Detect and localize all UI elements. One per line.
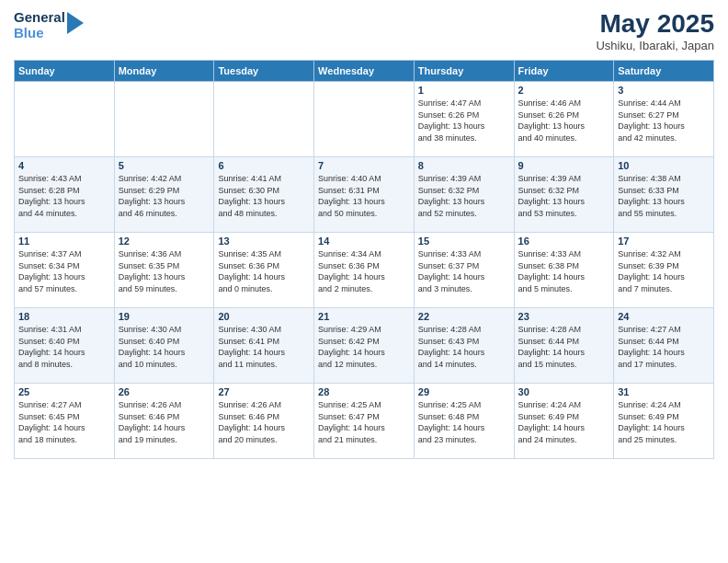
day-info: Sunrise: 4:27 AM Sunset: 6:44 PM Dayligh…: [618, 325, 685, 369]
day-number: 21: [318, 311, 410, 322]
table-row: [214, 82, 314, 157]
day-number: 24: [618, 311, 710, 322]
col-thursday: Thursday: [414, 61, 514, 82]
day-info: Sunrise: 4:32 AM Sunset: 6:39 PM Dayligh…: [618, 249, 685, 293]
table-row: 21Sunrise: 4:29 AM Sunset: 6:42 PM Dayli…: [314, 308, 415, 384]
table-row: 8Sunrise: 4:39 AM Sunset: 6:32 PM Daylig…: [414, 157, 514, 233]
calendar-row: 11Sunrise: 4:37 AM Sunset: 6:34 PM Dayli…: [15, 233, 714, 308]
day-number: 15: [418, 236, 510, 247]
weekday-header-row: Sunday Monday Tuesday Wednesday Thursday…: [15, 61, 714, 82]
calendar-table: Sunday Monday Tuesday Wednesday Thursday…: [14, 60, 714, 459]
day-number: 22: [418, 311, 510, 322]
day-number: 2: [518, 85, 610, 96]
day-number: 11: [18, 236, 110, 247]
day-info: Sunrise: 4:38 AM Sunset: 6:33 PM Dayligh…: [618, 174, 685, 218]
day-number: 10: [618, 160, 710, 171]
day-info: Sunrise: 4:29 AM Sunset: 6:42 PM Dayligh…: [318, 325, 385, 369]
day-number: 8: [418, 160, 510, 171]
day-number: 4: [18, 160, 110, 171]
day-number: 9: [518, 160, 610, 171]
table-row: 15Sunrise: 4:33 AM Sunset: 6:37 PM Dayli…: [414, 233, 514, 308]
table-row: 27Sunrise: 4:26 AM Sunset: 6:46 PM Dayli…: [214, 384, 314, 459]
calendar-row: 25Sunrise: 4:27 AM Sunset: 6:45 PM Dayli…: [15, 384, 714, 459]
table-row: 18Sunrise: 4:31 AM Sunset: 6:40 PM Dayli…: [15, 308, 115, 384]
day-info: Sunrise: 4:27 AM Sunset: 6:45 PM Dayligh…: [18, 400, 85, 444]
day-number: 7: [318, 160, 410, 171]
day-number: 23: [518, 311, 610, 322]
month-year: May 2025: [596, 9, 714, 39]
day-number: 29: [418, 386, 510, 397]
table-row: 31Sunrise: 4:24 AM Sunset: 6:49 PM Dayli…: [614, 384, 714, 459]
day-number: 13: [218, 236, 310, 247]
day-info: Sunrise: 4:26 AM Sunset: 6:46 PM Dayligh…: [218, 400, 285, 444]
table-row: 3Sunrise: 4:44 AM Sunset: 6:27 PM Daylig…: [614, 82, 714, 157]
col-wednesday: Wednesday: [314, 61, 415, 82]
table-row: 10Sunrise: 4:38 AM Sunset: 6:33 PM Dayli…: [614, 157, 714, 233]
day-info: Sunrise: 4:24 AM Sunset: 6:49 PM Dayligh…: [518, 400, 586, 444]
day-info: Sunrise: 4:28 AM Sunset: 6:43 PM Dayligh…: [418, 325, 485, 369]
table-row: 7Sunrise: 4:40 AM Sunset: 6:31 PM Daylig…: [314, 157, 415, 233]
title-section: May 2025 Ushiku, Ibaraki, Japan: [596, 9, 714, 52]
table-row: 9Sunrise: 4:39 AM Sunset: 6:32 PM Daylig…: [514, 157, 614, 233]
table-row: 17Sunrise: 4:32 AM Sunset: 6:39 PM Dayli…: [614, 233, 714, 308]
day-number: 28: [318, 386, 410, 397]
calendar-row: 4Sunrise: 4:43 AM Sunset: 6:28 PM Daylig…: [15, 157, 714, 233]
col-saturday: Saturday: [614, 61, 714, 82]
day-info: Sunrise: 4:33 AM Sunset: 6:38 PM Dayligh…: [518, 249, 586, 293]
day-number: 5: [119, 160, 210, 171]
day-number: 3: [618, 85, 710, 96]
logo: General Blue: [14, 9, 87, 41]
day-number: 30: [518, 386, 610, 397]
svg-marker-0: [67, 12, 84, 34]
day-info: Sunrise: 4:26 AM Sunset: 6:46 PM Dayligh…: [119, 400, 186, 444]
table-row: 14Sunrise: 4:34 AM Sunset: 6:36 PM Dayli…: [314, 233, 415, 308]
day-number: 19: [119, 311, 210, 322]
day-number: 1: [418, 85, 510, 96]
col-friday: Friday: [514, 61, 614, 82]
day-number: 14: [318, 236, 410, 247]
table-row: 19Sunrise: 4:30 AM Sunset: 6:40 PM Dayli…: [114, 308, 214, 384]
day-info: Sunrise: 4:40 AM Sunset: 6:31 PM Dayligh…: [318, 174, 385, 218]
day-info: Sunrise: 4:36 AM Sunset: 6:35 PM Dayligh…: [119, 249, 186, 293]
day-info: Sunrise: 4:30 AM Sunset: 6:41 PM Dayligh…: [218, 325, 285, 369]
table-row: 26Sunrise: 4:26 AM Sunset: 6:46 PM Dayli…: [114, 384, 214, 459]
day-info: Sunrise: 4:28 AM Sunset: 6:44 PM Dayligh…: [518, 325, 586, 369]
logo-blue: Blue: [14, 25, 65, 40]
day-info: Sunrise: 4:39 AM Sunset: 6:32 PM Dayligh…: [518, 174, 586, 218]
day-number: 31: [618, 386, 710, 397]
page-container: General Blue May 2025 Ushiku, Ibaraki, J…: [0, 0, 728, 563]
calendar-row: 1Sunrise: 4:47 AM Sunset: 6:26 PM Daylig…: [15, 82, 714, 157]
day-info: Sunrise: 4:42 AM Sunset: 6:29 PM Dayligh…: [119, 174, 186, 218]
day-number: 26: [119, 386, 210, 397]
day-info: Sunrise: 4:25 AM Sunset: 6:47 PM Dayligh…: [318, 400, 385, 444]
day-info: Sunrise: 4:43 AM Sunset: 6:28 PM Dayligh…: [18, 174, 85, 218]
table-row: 22Sunrise: 4:28 AM Sunset: 6:43 PM Dayli…: [414, 308, 514, 384]
day-info: Sunrise: 4:24 AM Sunset: 6:49 PM Dayligh…: [618, 400, 685, 444]
table-row: 23Sunrise: 4:28 AM Sunset: 6:44 PM Dayli…: [514, 308, 614, 384]
table-row: [314, 82, 415, 157]
table-row: 11Sunrise: 4:37 AM Sunset: 6:34 PM Dayli…: [15, 233, 115, 308]
day-info: Sunrise: 4:34 AM Sunset: 6:36 PM Dayligh…: [318, 249, 385, 293]
col-sunday: Sunday: [15, 61, 115, 82]
table-row: 28Sunrise: 4:25 AM Sunset: 6:47 PM Dayli…: [314, 384, 415, 459]
logo-icon: [67, 12, 84, 34]
table-row: 24Sunrise: 4:27 AM Sunset: 6:44 PM Dayli…: [614, 308, 714, 384]
col-tuesday: Tuesday: [214, 61, 314, 82]
location: Ushiku, Ibaraki, Japan: [596, 39, 714, 52]
table-row: 30Sunrise: 4:24 AM Sunset: 6:49 PM Dayli…: [514, 384, 614, 459]
table-row: 12Sunrise: 4:36 AM Sunset: 6:35 PM Dayli…: [114, 233, 214, 308]
table-row: 29Sunrise: 4:25 AM Sunset: 6:48 PM Dayli…: [414, 384, 514, 459]
day-number: 6: [218, 160, 310, 171]
calendar-row: 18Sunrise: 4:31 AM Sunset: 6:40 PM Dayli…: [15, 308, 714, 384]
day-number: 18: [18, 311, 110, 322]
table-row: 1Sunrise: 4:47 AM Sunset: 6:26 PM Daylig…: [414, 82, 514, 157]
day-info: Sunrise: 4:41 AM Sunset: 6:30 PM Dayligh…: [218, 174, 285, 218]
table-row: 20Sunrise: 4:30 AM Sunset: 6:41 PM Dayli…: [214, 308, 314, 384]
table-row: 5Sunrise: 4:42 AM Sunset: 6:29 PM Daylig…: [114, 157, 214, 233]
day-number: 12: [119, 236, 210, 247]
table-row: [15, 82, 115, 157]
day-info: Sunrise: 4:25 AM Sunset: 6:48 PM Dayligh…: [418, 400, 485, 444]
day-info: Sunrise: 4:47 AM Sunset: 6:26 PM Dayligh…: [418, 98, 485, 143]
table-row: 4Sunrise: 4:43 AM Sunset: 6:28 PM Daylig…: [15, 157, 115, 233]
day-number: 25: [18, 386, 110, 397]
